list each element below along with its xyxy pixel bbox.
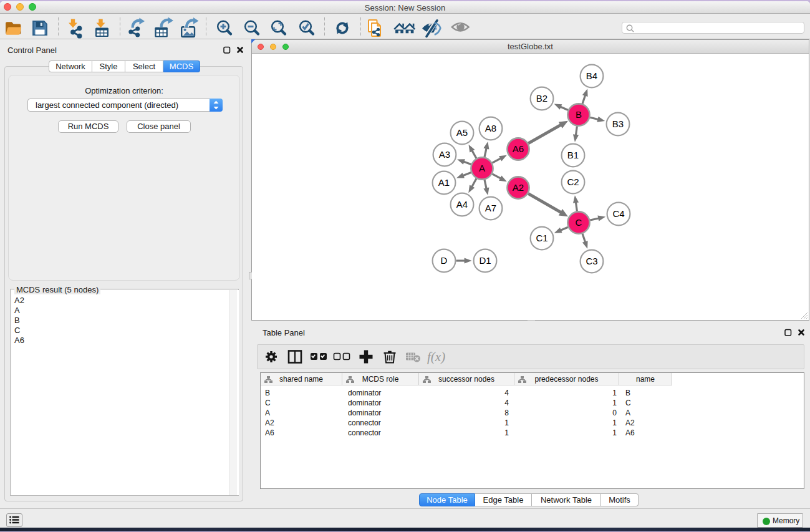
svg-text:A5: A5 (456, 127, 467, 138)
svg-text:A4: A4 (456, 199, 467, 210)
svg-text:A3: A3 (438, 149, 450, 160)
svg-text:B: B (575, 109, 581, 120)
svg-text:B1: B1 (567, 150, 578, 160)
svg-text:C4: C4 (612, 208, 624, 219)
svg-text:B2: B2 (536, 93, 547, 104)
svg-text:A6: A6 (512, 143, 523, 154)
svg-text:B4: B4 (586, 70, 597, 81)
svg-text:C: C (575, 217, 582, 228)
svg-text:C1: C1 (536, 233, 547, 243)
svg-text:D1: D1 (479, 255, 491, 266)
svg-text:C3: C3 (586, 256, 597, 266)
svg-text:A1: A1 (438, 177, 449, 188)
svg-text:A7: A7 (485, 203, 496, 213)
svg-text:f(x): f(x) (427, 349, 445, 364)
svg-text:B3: B3 (612, 118, 623, 129)
svg-text:C2: C2 (567, 177, 579, 187)
svg-text:A: A (478, 163, 485, 173)
svg-text:A2: A2 (512, 182, 523, 193)
svg-text:A8: A8 (485, 123, 496, 133)
svg-text:D: D (440, 255, 447, 266)
